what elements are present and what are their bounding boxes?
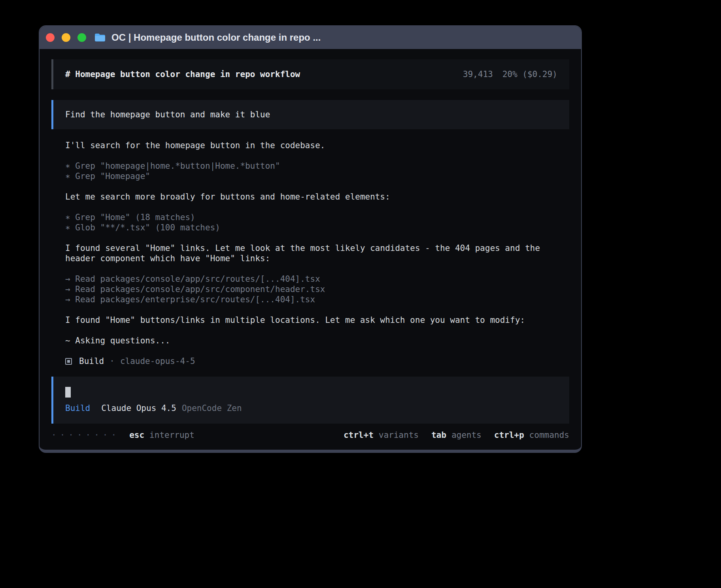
assistant-message: Let me search more broadly for buttons a… (65, 192, 569, 202)
input-model-label: Claude Opus 4.5 (101, 403, 176, 413)
assistant-text: I found "Home" buttons/links in multiple… (65, 315, 569, 325)
shortcut-label: commands (529, 430, 569, 440)
conversation: I'll search for the homepage button in t… (51, 140, 569, 377)
assistant-text: I'll search for the homepage button in t… (65, 140, 569, 151)
tool-call-grep: ∗ Grep "Homepage" (65, 171, 569, 181)
tool-call-read: → Read packages/enterprise/src/routes/[.… (65, 294, 569, 305)
tool-call-group: ∗ Grep "homepage|home.*button|Home.*butt… (65, 161, 569, 181)
asking-questions-status: ~ Asking questions... (65, 335, 569, 346)
traffic-lights (46, 33, 86, 42)
input-status-line: Build Claude Opus 4.5 OpenCode Zen (65, 403, 557, 413)
shortcut-label: agents (451, 430, 481, 440)
context-usage: 20% ($0.29) (502, 69, 557, 79)
assistant-message: I found several "Home" links. Let me loo… (65, 243, 569, 264)
assistant-message: I'll search for the homepage button in t… (65, 140, 569, 151)
agent-name: Build (79, 356, 104, 366)
window-titlebar[interactable]: OC | Homepage button color change in rep… (40, 26, 581, 49)
shortcut-label: interrupt (149, 430, 194, 440)
session-title: # Homepage button color change in repo w… (65, 69, 300, 79)
tool-call-group: → Read packages/console/app/src/routes/[… (65, 274, 569, 305)
shortcut-key: esc (129, 430, 144, 440)
folder-icon (94, 33, 106, 42)
window-title: OC | Homepage button color change in rep… (111, 32, 321, 43)
token-count: 39,413 (463, 69, 493, 79)
agent-status-row: Build · claude-opus-4-5 (65, 356, 569, 366)
assistant-text: Let me search more broadly for buttons a… (65, 192, 569, 202)
status-message: ~ Asking questions... (65, 335, 569, 346)
text-cursor (65, 387, 71, 398)
tool-call-grep: ∗ Grep "homepage|home.*button|Home.*butt… (65, 161, 569, 171)
shortcut-commands: ctrl+p commands (494, 430, 569, 440)
prompt-input[interactable]: Build Claude Opus 4.5 OpenCode Zen (51, 377, 569, 424)
shortcut-agents: tab agents (431, 430, 481, 440)
shortcut-key: ctrl+t (344, 430, 374, 440)
shortcut-key: ctrl+p (494, 430, 524, 440)
status-bar-left: ········ esc interrupt (51, 430, 194, 440)
user-message: Find the homepage button and make it blu… (51, 100, 569, 129)
spinner-dots: ········ (51, 430, 120, 440)
tool-call-read: → Read packages/console/app/src/componen… (65, 284, 569, 294)
user-message-text: Find the homepage button and make it blu… (65, 110, 270, 119)
shortcut-interrupt: esc interrupt (129, 430, 194, 440)
session-stats: 39,413 20% ($0.29) (463, 69, 557, 79)
input-mode-label: Build (65, 403, 90, 413)
terminal-window: OC | Homepage button color change in rep… (39, 25, 582, 453)
assistant-text: I found several "Home" links. Let me loo… (65, 243, 569, 264)
session-header: # Homepage button color change in repo w… (51, 59, 569, 89)
assistant-message: I found "Home" buttons/links in multiple… (65, 315, 569, 325)
terminal-content: # Homepage button color change in repo w… (40, 49, 581, 450)
input-provider-label: OpenCode Zen (182, 403, 242, 413)
agent-separator: · (109, 356, 115, 366)
shortcut-key: tab (431, 430, 446, 440)
close-button[interactable] (46, 33, 55, 42)
agent-model: claude-opus-4-5 (120, 356, 195, 366)
minimize-button[interactable] (62, 33, 70, 42)
zoom-button[interactable] (77, 33, 86, 42)
tool-call-glob: ∗ Glob "**/*.tsx" (100 matches) (65, 222, 569, 233)
tool-call-group: ∗ Grep "Home" (18 matches) ∗ Glob "**/*.… (65, 212, 569, 233)
status-bar-right: ctrl+t variants tab agents ctrl+p comman… (344, 430, 569, 440)
shortcut-label: variants (379, 430, 419, 440)
shortcut-variants: ctrl+t variants (344, 430, 419, 440)
agent-icon (65, 358, 72, 365)
tool-call-grep: ∗ Grep "Home" (18 matches) (65, 212, 569, 222)
status-bar: ········ esc interrupt ctrl+t variants t… (51, 430, 569, 440)
tool-call-read: → Read packages/console/app/src/routes/[… (65, 274, 569, 284)
